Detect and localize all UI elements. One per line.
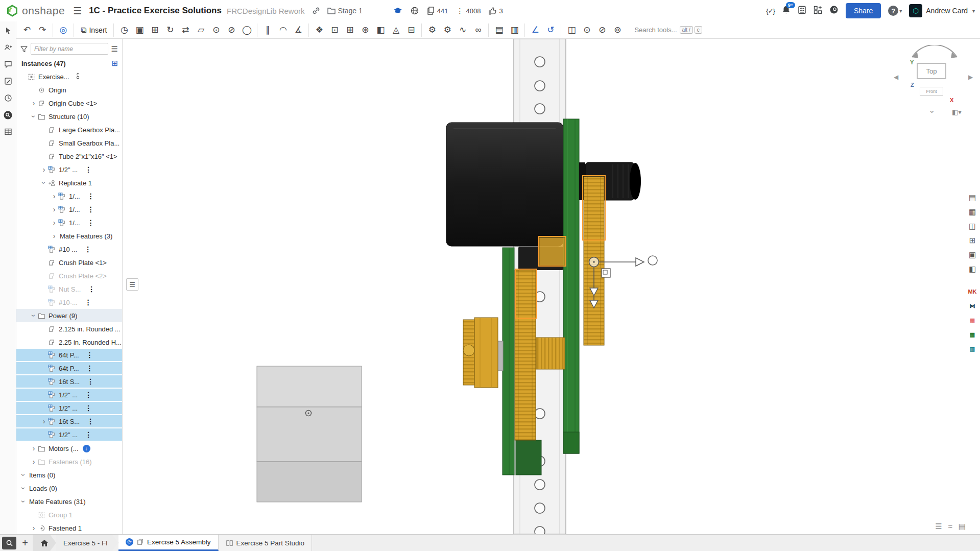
edit-notes-panel-icon[interactable] [3,76,13,86]
chevron-right-icon[interactable]: › [40,165,48,174]
configuration-dots-icon[interactable]: ⋮ [86,351,93,359]
tree-row[interactable]: ›Motors (...↓ [16,442,122,455]
tree-row[interactable]: ›2.25 in. Rounded H... [16,336,122,349]
tree-row[interactable]: ›Crush Plate <1> [16,256,122,269]
right-gearbox-plate[interactable] [563,119,579,453]
configuration-dots-icon[interactable]: ⋮ [85,165,92,174]
chevron-right-icon[interactable]: › [30,458,38,466]
display-panel-icon[interactable]: ◫ [967,221,978,232]
mate-icon[interactable]: ◷ [117,23,131,37]
rotate-right-arrow[interactable]: ▶ [968,74,973,81]
tree-row[interactable]: ›1/...⋮ [16,216,122,229]
3d-viewport[interactable]: ☰ ◀ ▶ Top Front Y Z X [123,39,980,534]
render-status-icon[interactable]: ☰ [935,522,942,531]
tree-row[interactable]: ›1/...⋮ [16,189,122,203]
spotlight-search-icon[interactable] [3,110,13,120]
motor[interactable] [446,123,563,246]
app-mkcad-icon[interactable]: MK [967,286,978,297]
belt-relation-icon[interactable]: ∞ [471,23,485,37]
new-tab-button[interactable]: + [17,535,33,551]
comments-panel-icon[interactable] [3,59,13,69]
tree-options-button[interactable]: ☰ [126,278,138,291]
bottom-plate[interactable] [257,366,362,502]
chevron-right-icon[interactable]: › [30,524,38,532]
mate-connector-tool-icon[interactable]: ◎ [57,23,70,37]
measure-icon[interactable]: ∠ [529,23,542,37]
filter-icon[interactable] [20,45,28,53]
tree-row[interactable]: ›Large Gearbox Pla... [16,123,122,136]
cylindrical-mate-icon[interactable]: ⊙ [209,23,223,37]
rack-pinion-relation-icon[interactable]: ⚙ [441,23,454,37]
folder-icon[interactable] [327,7,336,14]
configuration-dots-icon[interactable]: ⋮ [87,417,94,425]
pin-slot-mate-icon[interactable]: ⊘ [225,23,238,37]
revolute-mate-icon[interactable]: ↻ [163,23,177,37]
home-tab-button[interactable] [33,535,56,551]
tree-row[interactable]: ›Replicate 1 [16,176,122,189]
gear-64t-left[interactable] [515,270,536,440]
tree-row[interactable]: ›Mate Features (3) [16,229,122,243]
show-all-icon[interactable]: ⊚ [611,23,624,37]
mate-relation-icon[interactable]: ∡ [292,23,305,37]
chevron-down-icon[interactable]: › [19,497,28,506]
configuration-dots-icon[interactable]: ⋮ [85,430,92,439]
tree-row[interactable]: ›#10-...⋮ [16,296,122,309]
chevron-down-icon[interactable]: › [30,312,38,320]
chevron-down-icon[interactable]: › [30,112,38,121]
view-cube-top-face[interactable]: Top [917,63,946,79]
replicate-tool-icon[interactable]: ⊡ [328,23,341,37]
document-tab[interactable]: Exercise 5 Part Studio [219,535,313,551]
chevron-right-icon[interactable]: › [30,444,38,452]
ai-advisor-button[interactable] [829,5,839,16]
triad-arrow-right[interactable] [636,258,644,266]
configuration-dots-icon[interactable]: ⋮ [87,205,94,213]
configuration-dots-icon[interactable]: ⋮ [86,364,93,372]
public-stat[interactable] [411,7,419,15]
tangent-mate-icon[interactable]: ◠ [276,23,290,37]
tree-row[interactable]: ›16t S...⋮ [16,375,122,389]
learning-stat[interactable] [393,7,402,14]
document-tab[interactable]: Exercise 5 - Flip [56,535,118,551]
tree-row[interactable]: ›Group 1 [16,508,122,521]
group-icon[interactable]: ▣ [133,23,146,37]
configuration-dots-icon[interactable]: ⋮ [87,377,94,386]
share-button[interactable]: Share [846,3,881,18]
bom-panel-icon[interactable]: ▤ [967,192,978,203]
configuration-dots-icon[interactable]: ⋮ [87,192,94,200]
configuration-dots-icon[interactable]: ⋮ [85,298,92,306]
onshape-logo[interactable]: onshape [6,5,65,17]
parallel-mate-icon[interactable]: ∥ [261,23,274,37]
workspace-name[interactable]: Stage 1 [338,7,363,15]
tree-row[interactable]: ›Small Gearbox Pla... [16,136,122,150]
chevron-right-icon[interactable]: › [50,219,58,227]
chevron-right-icon[interactable]: › [50,232,58,240]
circular-pattern-icon[interactable]: ⊛ [358,23,372,37]
configuration-dots-icon[interactable]: ⋮ [85,404,92,412]
chevron-down-icon[interactable]: › [19,471,28,479]
view-cube-front-face[interactable]: Front [920,87,943,95]
rotate-down-arrow[interactable]: ⌄ [928,105,935,115]
configuration-dots-icon[interactable]: ⋮ [88,285,95,293]
custom-tables-panel-icon[interactable]: ⊞ [967,235,978,246]
exploded-view-icon[interactable]: ◬ [389,23,402,37]
link-icon[interactable] [312,7,320,15]
tree-row[interactable]: ›#10 ...⋮ [16,243,122,256]
triad-ring[interactable] [648,256,657,265]
checklist-button[interactable] [798,6,806,16]
properties-panel-icon[interactable]: ◧ [967,263,978,275]
tree-row[interactable]: ›Nut S...⋮ [16,282,122,296]
app-spreadsheet-icon[interactable]: ▦ [967,329,978,340]
account-menu[interactable]: ⬡ Andrew Card ▾ [909,4,975,17]
tree-row[interactable]: ›Items (0) [16,468,122,482]
app-store-button[interactable] [814,6,822,16]
planar-mate-icon[interactable]: ▱ [194,23,207,37]
hide-icon[interactable]: ⊘ [595,23,609,37]
tree-row[interactable]: ›1/2" ...⋮ [16,402,122,415]
tree-row[interactable]: ›Power (9) [16,309,122,322]
tree-row[interactable]: ›Fastened 1 [16,521,122,534]
tree-row[interactable]: ›Origin [16,83,122,97]
history-panel-icon[interactable] [3,93,13,103]
tree-row[interactable]: ›1/2" ...⋮ [16,428,122,442]
tree-row[interactable]: ›2.125 in. Rounded ... [16,322,122,336]
configuration-dots-icon[interactable]: ⋮ [87,219,94,227]
